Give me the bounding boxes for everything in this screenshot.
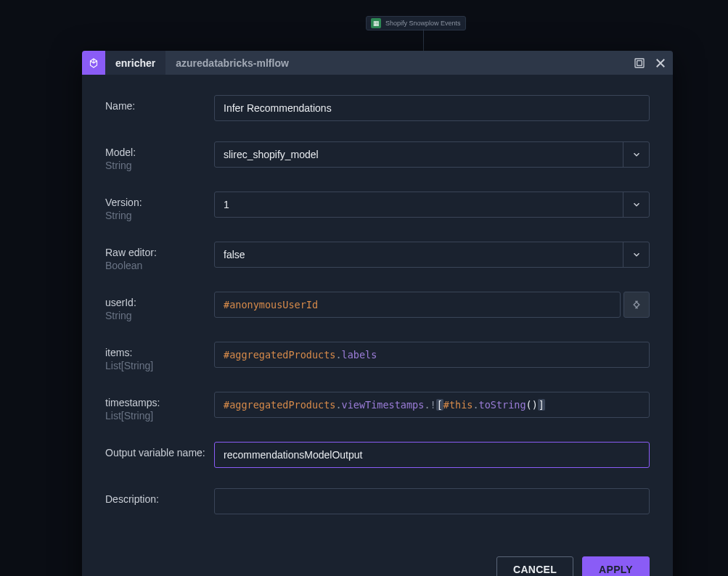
row-description: Description: xyxy=(105,488,650,514)
button-label: CANCEL xyxy=(513,564,557,575)
type-raw-editor: Boolean xyxy=(105,260,214,271)
toggle-expression-button[interactable] xyxy=(623,292,650,318)
timestamps-expression-input[interactable]: #aggregatedProducts.viewTimestamps.![#th… xyxy=(214,392,650,418)
cancel-button[interactable]: CANCEL xyxy=(496,556,573,576)
label-timestamps: timestamps: xyxy=(105,397,214,408)
modal-footer: CANCEL APPLY xyxy=(82,543,673,576)
type-timestamps: List[String] xyxy=(105,410,214,421)
raw-editor-select[interactable]: false xyxy=(214,242,650,268)
label-description: Description: xyxy=(105,493,214,505)
type-items: List[String] xyxy=(105,360,214,371)
label-userId: userId: xyxy=(105,297,214,308)
name-input[interactable] xyxy=(214,95,650,121)
svg-rect-0 xyxy=(635,59,644,67)
tab-label: azuredatabricks-mlflow xyxy=(176,57,289,69)
apply-button[interactable]: APPLY xyxy=(582,556,650,576)
items-expression-input[interactable]: #aggregatedProducts.labels xyxy=(214,342,650,368)
row-name: Name: xyxy=(105,95,650,121)
row-items: items: List[String] #aggregatedProducts.… xyxy=(105,342,650,371)
row-version: Version: String 1 xyxy=(105,192,650,221)
svg-rect-1 xyxy=(637,60,642,65)
header-spacer xyxy=(299,51,673,75)
close-button[interactable] xyxy=(654,57,667,70)
userId-expression-input[interactable]: #anonymousUserId xyxy=(214,292,621,318)
enricher-config-modal: enricher azuredatabricks-mlflow Name: xyxy=(82,51,673,576)
row-output: Output variable name: xyxy=(105,442,650,468)
row-raw-editor: Raw editor: Boolean false xyxy=(105,242,650,271)
chevron-down-icon[interactable] xyxy=(623,242,649,267)
model-value: slirec_shopify_model xyxy=(215,142,623,167)
type-version: String xyxy=(105,210,214,221)
raw-editor-value: false xyxy=(215,242,623,267)
label-model: Model: xyxy=(105,147,214,158)
expand-button[interactable] xyxy=(634,57,645,69)
output-variable-input[interactable] xyxy=(214,442,650,468)
chevron-down-icon[interactable] xyxy=(623,192,649,217)
chevron-down-icon[interactable] xyxy=(623,142,649,167)
label-raw-editor: Raw editor: xyxy=(105,247,214,258)
type-model: String xyxy=(105,160,214,171)
row-model: Model: String slirec_shopify_model xyxy=(105,141,650,171)
row-timestamps: timestamps: List[String] #aggregatedProd… xyxy=(105,392,650,421)
label-name: Name: xyxy=(105,100,214,112)
label-version: Version: xyxy=(105,197,214,208)
tab-azuredatabricks[interactable]: azuredatabricks-mlflow xyxy=(165,51,299,75)
description-input[interactable] xyxy=(214,488,650,514)
tab-label: enricher xyxy=(115,57,155,69)
type-userId: String xyxy=(105,310,214,321)
modal-header: enricher azuredatabricks-mlflow xyxy=(82,51,673,75)
button-label: APPLY xyxy=(599,564,633,575)
bg-node-label: Shopify Snowplow Events xyxy=(385,20,461,27)
version-value: 1 xyxy=(215,192,623,217)
version-select[interactable]: 1 xyxy=(214,192,650,218)
modal-body: Name: Model: String slirec_shopify_model xyxy=(82,75,673,529)
model-select[interactable]: slirec_shopify_model xyxy=(214,141,650,168)
label-items: items: xyxy=(105,347,214,358)
row-userId: userId: String #anonymousUserId xyxy=(105,292,650,321)
label-output: Output variable name: xyxy=(105,447,214,458)
enricher-icon xyxy=(82,51,105,75)
bg-edge xyxy=(423,29,424,51)
table-icon: ▦ xyxy=(371,18,381,28)
tab-enricher[interactable]: enricher xyxy=(105,51,165,75)
bg-workflow-node: ▦ Shopify Snowplow Events xyxy=(366,16,466,30)
